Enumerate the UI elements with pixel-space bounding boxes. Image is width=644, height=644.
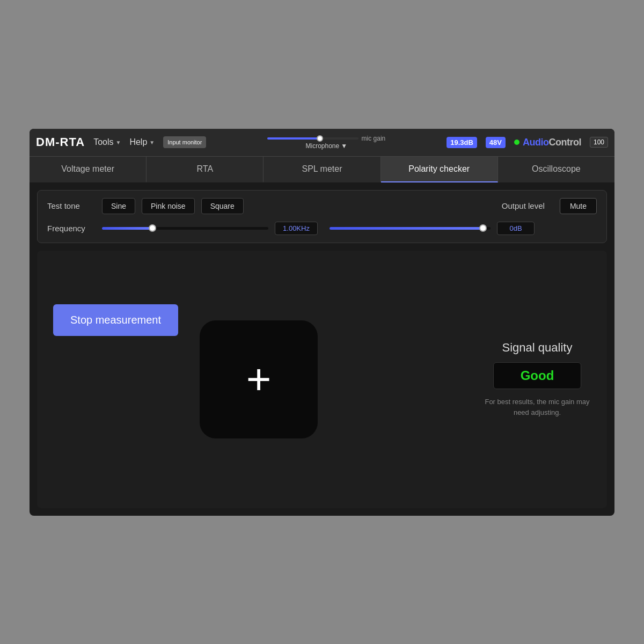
mic-type-label: Microphone [306,142,340,150]
polarity-display: + [200,320,318,438]
signal-quality-badge: Good [493,362,582,389]
frequency-slider-fill [102,227,152,230]
frequency-slider-thumb[interactable] [149,224,156,232]
top-bar: DM-RTA Tools ▼ Help ▼ Input monitor mic … [30,129,614,157]
signal-quality-title: Signal quality [502,341,573,355]
mute-button[interactable]: Mute [560,198,597,214]
brand-section: AudioControl [514,137,581,148]
frequency-slider[interactable] [102,227,268,230]
level-slider[interactable] [330,227,491,230]
app-title: DM-RTA [36,135,85,149]
tools-arrow-icon: ▼ [115,140,121,145]
level-slider-thumb[interactable] [479,224,487,232]
phantom-power-badge: 48V [486,137,506,148]
stop-measurement-button[interactable]: Stop measurement [53,304,178,336]
level-slider-fill [330,227,482,230]
tab-polarity-checker[interactable]: Polarity checker [381,157,498,182]
test-tone-label: Test tone [47,201,96,210]
output-level-label: Output level [502,201,545,210]
tab-oscilloscope[interactable]: Oscilloscope [498,157,614,182]
tools-label: Tools [93,137,113,147]
db-badge: 19.3dB [447,137,477,148]
square-button[interactable]: Square [201,198,244,214]
mic-type-dropdown[interactable]: Microphone ▼ [306,142,348,150]
tone-row-1: Test tone Sine Pink noise Square Output … [47,198,597,214]
help-menu[interactable]: Help ▼ [129,137,155,147]
help-arrow-icon: ▼ [149,140,155,145]
level-value: 0dB [497,222,535,235]
battery-badge: 100 [590,137,608,148]
tab-voltage-meter[interactable]: Voltage meter [30,157,147,182]
signal-quality-section: Signal quality Good For best results, th… [484,341,591,418]
brand-control: Control [548,137,581,148]
polarity-plus-icon: + [246,358,272,401]
help-label: Help [129,137,147,147]
signal-quality-note: For best results, the mic gain may need … [484,397,591,418]
frequency-label: Frequency [47,224,96,233]
app-container: DM-RTA Tools ▼ Help ▼ Input monitor mic … [30,129,614,516]
mic-gain-slider-row: mic gain [267,135,385,142]
brand-audio: Audio [523,137,549,148]
freq-row: Frequency 1.00KHz 0dB [47,222,597,235]
mic-gain-track[interactable] [267,137,358,140]
status-dot-icon [514,140,519,145]
mic-gain-thumb[interactable] [317,135,323,142]
sine-button[interactable]: Sine [102,198,135,214]
pink-noise-button[interactable]: Pink noise [142,198,195,214]
mic-gain-section: mic gain Microphone ▼ [215,135,438,150]
tools-menu[interactable]: Tools ▼ [93,137,121,147]
brand-logo: AudioControl [523,137,581,148]
input-monitor-button[interactable]: Input monitor [163,136,206,148]
mic-gain-label: mic gain [362,135,386,142]
main-content: Stop measurement + Signal quality Good F… [37,251,607,508]
tone-controls: Test tone Sine Pink noise Square Output … [37,190,607,243]
tab-spl-meter[interactable]: SPL meter [264,157,380,182]
frequency-value: 1.00KHz [275,222,318,235]
mic-dropdown-arrow-icon: ▼ [341,142,347,150]
tab-rta[interactable]: RTA [147,157,264,182]
nav-tabs: Voltage meter RTA SPL meter Polarity che… [30,157,614,182]
